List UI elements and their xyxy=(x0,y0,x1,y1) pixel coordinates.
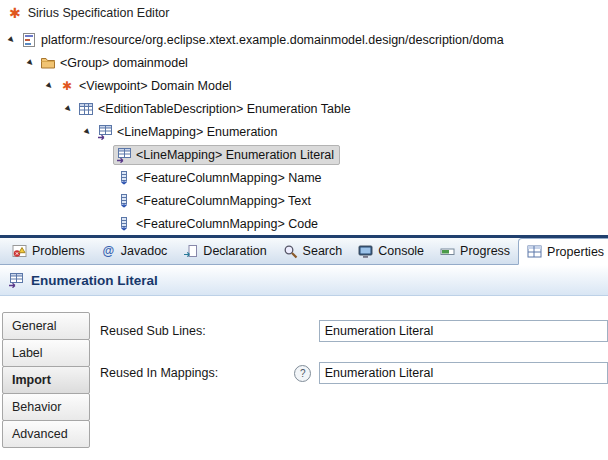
javadoc-icon: @ xyxy=(101,244,116,259)
line-mapping-icon xyxy=(8,272,24,288)
editor-title: Sirius Specification Editor xyxy=(28,6,170,20)
tree-item-line-mapping-enumeration-literal[interactable]: <LineMapping> Enumeration Literal xyxy=(0,143,608,166)
side-tab-behavior[interactable]: Behavior xyxy=(2,393,90,421)
help-icon[interactable]: ? xyxy=(294,365,311,382)
side-tab-import[interactable]: Import xyxy=(2,366,90,394)
tree-item-label: <Viewpoint> Domain Model xyxy=(79,79,232,93)
tab-label: Console xyxy=(378,244,424,258)
expand-arrow-icon[interactable]: ▶ xyxy=(80,124,95,139)
viewpoint-icon: ✱ xyxy=(59,78,75,94)
properties-icon xyxy=(527,244,542,259)
tree-item-viewpoint[interactable]: ▶ ✱ <Viewpoint> Domain Model xyxy=(0,74,608,97)
tree-item-feature-column-mapping-code[interactable]: <FeatureColumnMapping> Code xyxy=(0,212,608,235)
model-resource-icon xyxy=(21,32,37,48)
view-tab-bar: Problems @ Javadoc Declaration Search Co… xyxy=(0,238,608,265)
tab-declaration[interactable]: Declaration xyxy=(175,238,274,264)
reused-in-mappings-input[interactable] xyxy=(319,362,608,384)
table-description-icon xyxy=(78,101,94,117)
tab-label: Properties xyxy=(547,245,604,259)
progress-icon xyxy=(440,244,455,259)
properties-header: Enumeration Literal xyxy=(0,265,608,296)
expand-arrow-icon[interactable]: ▶ xyxy=(23,55,38,70)
side-tab-advanced[interactable]: Advanced xyxy=(2,420,90,448)
properties-side-tabs: General Label Import Behavior Advanced xyxy=(2,312,90,448)
tree-item-feature-column-mapping-text[interactable]: <FeatureColumnMapping> Text xyxy=(0,189,608,212)
tab-label: Progress xyxy=(460,244,510,258)
line-mapping-icon xyxy=(116,147,132,163)
side-tab-general[interactable]: General xyxy=(2,312,90,340)
problems-icon xyxy=(12,244,27,259)
tab-label: Search xyxy=(303,244,343,258)
tree-item-line-mapping-enumeration[interactable]: ▶ <LineMapping> Enumeration xyxy=(0,120,608,143)
editor-title-bar: ✱ Sirius Specification Editor xyxy=(0,0,608,26)
tab-label: Javadoc xyxy=(121,244,168,258)
reused-sub-lines-label: Reused Sub Lines: xyxy=(100,324,294,338)
tree-item-label: <LineMapping> Enumeration xyxy=(117,125,278,139)
tree-item-label: <EditionTableDescription> Enumeration Ta… xyxy=(98,102,351,116)
feature-column-mapping-icon xyxy=(116,193,132,209)
tab-javadoc[interactable]: @ Javadoc xyxy=(93,238,176,264)
properties-title: Enumeration Literal xyxy=(31,273,158,288)
tree-item-label: <FeatureColumnMapping> Text xyxy=(136,194,311,208)
tree-item-label: <FeatureColumnMapping> Name xyxy=(136,171,322,185)
tree-item-group[interactable]: ▶ <Group> domainmodel xyxy=(0,51,608,74)
expand-arrow-icon[interactable]: ▶ xyxy=(42,78,57,93)
feature-column-mapping-icon xyxy=(116,216,132,232)
tree-item-platform-resource[interactable]: ▶ platform:/resource/org.eclipse.xtext.e… xyxy=(0,28,608,51)
tab-console[interactable]: Console xyxy=(350,238,432,264)
form-row-reused-sub-lines: Reused Sub Lines: xyxy=(100,319,608,343)
tree-item-label: platform:/resource/org.eclipse.xtext.exa… xyxy=(41,33,504,47)
import-form: Reused Sub Lines: Reused In Mappings: ? xyxy=(100,296,608,385)
properties-body: General Label Import Behavior Advanced R… xyxy=(0,296,608,460)
line-mapping-icon xyxy=(97,124,113,140)
reused-in-mappings-label: Reused In Mappings: xyxy=(100,366,294,380)
reused-sub-lines-input[interactable] xyxy=(319,320,608,342)
sirius-icon: ✱ xyxy=(9,6,21,20)
tab-label: Problems xyxy=(32,244,85,258)
model-tree: ▶ platform:/resource/org.eclipse.xtext.e… xyxy=(0,26,608,235)
tab-properties[interactable]: Properties xyxy=(518,238,608,265)
tree-item-label: <LineMapping> Enumeration Literal xyxy=(136,148,334,162)
tab-label: Declaration xyxy=(203,244,266,258)
search-icon xyxy=(283,244,298,259)
side-tab-label[interactable]: Label xyxy=(2,339,90,367)
form-row-reused-in-mappings: Reused In Mappings: ? xyxy=(100,361,608,385)
tree-item-feature-column-mapping-name[interactable]: <FeatureColumnMapping> Name xyxy=(0,166,608,189)
tab-search[interactable]: Search xyxy=(275,238,351,264)
group-folder-icon xyxy=(40,55,56,71)
declaration-icon xyxy=(183,244,198,259)
console-icon xyxy=(358,244,373,259)
help-slot: ? xyxy=(294,365,319,382)
tab-problems[interactable]: Problems xyxy=(4,238,93,264)
feature-column-mapping-icon xyxy=(116,170,132,186)
expand-arrow-icon[interactable]: ▶ xyxy=(4,32,19,47)
tab-progress[interactable]: Progress xyxy=(432,238,518,264)
tree-item-edition-table-description[interactable]: ▶ <EditionTableDescription> Enumeration … xyxy=(0,97,608,120)
tree-item-label: <FeatureColumnMapping> Code xyxy=(136,217,318,231)
tree-item-label: <Group> domainmodel xyxy=(60,56,188,70)
expand-arrow-icon[interactable]: ▶ xyxy=(61,101,76,116)
